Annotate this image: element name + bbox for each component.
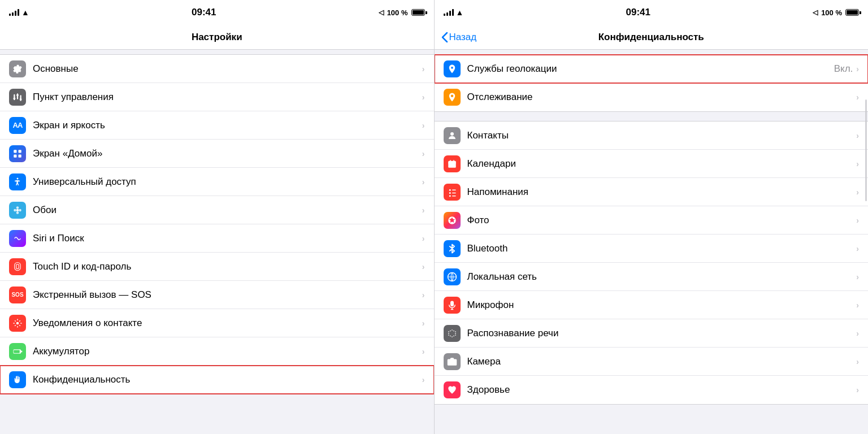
chevron-localnet: › <box>856 272 859 281</box>
svg-rect-8 <box>14 154 16 157</box>
list-item-home[interactable]: Экран «Домой» › <box>0 140 434 168</box>
list-item-sos[interactable]: SOS Экстренный вызов — SOS › <box>0 281 434 309</box>
label-access: Универсальный доступ <box>33 176 422 188</box>
right-panel: ▲ 09:41 ◁ 100 % Назад Конфиденциальность <box>435 0 869 434</box>
icon-camera <box>444 353 461 370</box>
list-item-privacy[interactable]: Конфиденциальность › <box>0 366 434 394</box>
chevron-battery: › <box>422 347 425 356</box>
camera-icon <box>447 357 457 367</box>
list-item-speech[interactable]: Распознавание речи › <box>435 319 869 348</box>
battery-fill-right <box>847 10 858 15</box>
list-item-tracking[interactable]: Отслеживание › <box>435 83 869 111</box>
gps-icon-right: ◁ <box>813 8 818 16</box>
list-item-access[interactable]: Универсальный доступ › <box>0 168 434 196</box>
chevron-osnov: › <box>422 64 425 73</box>
chevron-mic: › <box>856 301 859 310</box>
list-item-contacts[interactable]: Контакты › <box>435 121 869 150</box>
rbar3 <box>449 11 451 16</box>
right-nav-bar: Назад Конфиденциальность <box>435 25 869 50</box>
localnet-icon <box>447 272 457 282</box>
chevron-siri: › <box>422 234 425 243</box>
tracking-icon <box>447 92 457 102</box>
bar2 <box>12 12 14 16</box>
list-item-camera[interactable]: Камера › <box>435 348 869 376</box>
label-tracking: Отслеживание <box>467 92 857 103</box>
icon-sos: SOS <box>9 287 26 303</box>
svg-point-12 <box>16 206 19 209</box>
svg-rect-29 <box>450 301 454 306</box>
list-item-mic[interactable]: Микрофон › <box>435 291 869 319</box>
left-time: 09:41 <box>192 7 216 18</box>
list-item-screen[interactable]: AA Экран и яркость › <box>0 111 434 140</box>
label-mic: Микрофон <box>467 300 857 311</box>
list-item-reminders[interactable]: Напоминания › <box>435 178 869 206</box>
label-battery: Аккумулятор <box>33 346 422 357</box>
svg-point-13 <box>16 211 19 214</box>
chevron-speech: › <box>856 329 859 338</box>
left-nav-title: Настройки <box>192 32 242 43</box>
mic-icon <box>447 300 457 310</box>
chevron-bluetooth: › <box>856 244 859 253</box>
svg-point-24 <box>449 195 450 197</box>
icon-privacy <box>9 371 26 388</box>
svg-point-16 <box>16 322 19 324</box>
chevron-wallp: › <box>422 206 425 215</box>
rbar1 <box>444 14 445 16</box>
list-item-location[interactable]: Службы геолокации Вкл. › <box>435 55 869 83</box>
wifi-icon-left: ▲ <box>21 8 29 17</box>
svg-rect-25 <box>452 189 456 190</box>
icon-tracking <box>444 89 461 106</box>
chevron-tracking: › <box>856 93 859 102</box>
list-item-osnov[interactable]: Основные › <box>0 55 434 83</box>
svg-rect-19 <box>14 350 20 353</box>
icon-calendar <box>444 155 461 172</box>
chevron-reminders: › <box>856 188 859 197</box>
list-item-photos[interactable]: Фото › <box>435 206 869 235</box>
icon-wallp <box>9 202 26 219</box>
photos-icon <box>447 215 457 225</box>
svg-rect-27 <box>452 196 456 197</box>
list-item-localnet[interactable]: Локальная сеть › <box>435 263 869 291</box>
battery-icon-left <box>411 9 425 16</box>
fingerprint-icon <box>12 262 23 272</box>
icon-screen: AA <box>9 117 26 134</box>
chevron-calendar: › <box>856 159 859 168</box>
contacts-icon <box>447 131 457 141</box>
chevron-sos: › <box>422 290 425 300</box>
left-signal: ▲ <box>9 8 29 17</box>
svg-point-20 <box>450 132 454 136</box>
bar3 <box>15 11 16 16</box>
label-sos: Экстренный вызов — SOS <box>33 289 422 301</box>
icon-contacts <box>444 127 461 144</box>
label-localnet: Локальная сеть <box>467 271 857 283</box>
list-item-bluetooth[interactable]: Bluetooth › <box>435 235 869 263</box>
right-top-group: Службы геолокации Вкл. › Отслеживание › <box>435 54 869 112</box>
list-item-battery[interactable]: Аккумулятор › <box>0 337 434 366</box>
list-item-punkt[interactable]: Пункт управления › <box>0 83 434 111</box>
svg-point-10 <box>17 177 19 179</box>
icon-touchid <box>9 258 26 275</box>
right-time: 09:41 <box>626 7 650 18</box>
bar1 <box>9 14 11 16</box>
label-health: Здоровье <box>467 384 857 396</box>
right-privacy-list[interactable]: Службы геолокации Вкл. › Отслеживание › <box>435 50 869 434</box>
back-button[interactable]: Назад <box>441 32 477 43</box>
icon-access <box>9 173 26 190</box>
chevron-home: › <box>422 149 425 158</box>
value-location: Вкл. <box>834 63 853 75</box>
list-item-health[interactable]: Здоровье › <box>435 376 869 404</box>
left-settings-list[interactable]: Основные › Пункт управления › AA Экран и… <box>0 50 434 434</box>
label-touchid: Touch ID и код-пароль <box>33 261 422 272</box>
chevron-access: › <box>422 177 425 186</box>
icon-osnov <box>9 60 26 77</box>
list-item-touchid[interactable]: Touch ID и код-пароль › <box>0 253 434 281</box>
right-battery-block: ◁ 100 % <box>813 8 859 17</box>
svg-rect-18 <box>21 350 22 352</box>
bluetooth-icon <box>447 244 457 254</box>
svg-point-4 <box>16 94 19 96</box>
icon-photos <box>444 212 461 229</box>
list-item-wallp[interactable]: Обои › <box>0 196 434 224</box>
list-item-exposure[interactable]: Уведомления о контакте › <box>0 309 434 337</box>
list-item-calendar[interactable]: Календари › <box>435 150 869 178</box>
list-item-siri[interactable]: Siri и Поиск › <box>0 224 434 253</box>
